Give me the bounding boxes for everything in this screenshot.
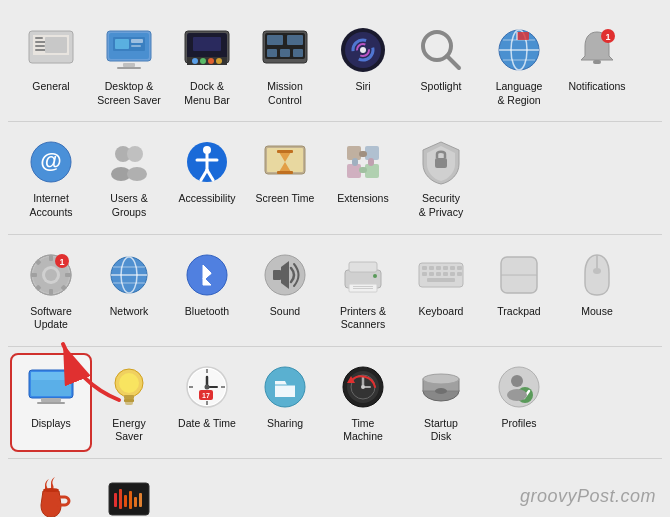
svg-rect-61 [277, 150, 293, 153]
svg-point-20 [208, 58, 214, 64]
trackpad-item[interactable]: Trackpad [480, 243, 558, 338]
svg-rect-2 [35, 37, 43, 39]
svg-rect-111 [436, 272, 441, 276]
screen-time-item[interactable]: Screen Time [246, 130, 324, 225]
svg-rect-99 [353, 286, 373, 287]
svg-point-155 [511, 375, 523, 387]
printers-icon-wrap [337, 249, 389, 301]
software-update-item[interactable]: 1 SoftwareUpdate [12, 243, 90, 338]
startup-disk-item[interactable]: StartupDisk [402, 355, 480, 450]
extensions-item[interactable]: Extensions [324, 130, 402, 225]
groovy-watermark: groovyPost.com [520, 486, 656, 507]
printers-scanners-item[interactable]: Printers &Scanners [324, 243, 402, 338]
energy-saver-item[interactable]: EnergySaver [90, 355, 168, 450]
svg-rect-163 [134, 497, 137, 507]
svg-rect-66 [365, 164, 379, 178]
svg-point-52 [127, 167, 147, 181]
desktop-label: Desktop &Screen Saver [97, 80, 161, 107]
siri-label: Siri [355, 80, 370, 94]
svg-rect-78 [65, 273, 71, 277]
svg-rect-70 [359, 167, 367, 173]
desktop-icon-wrap [103, 24, 155, 76]
svg-rect-164 [139, 493, 142, 507]
svg-rect-103 [422, 266, 427, 270]
accessibility-label: Accessibility [178, 192, 235, 206]
sound-item[interactable]: Sound [246, 243, 324, 338]
profiles-item[interactable]: Profiles [480, 355, 558, 450]
svg-rect-29 [293, 49, 303, 57]
svg-rect-14 [117, 67, 141, 69]
extensions-icon-wrap [337, 136, 389, 188]
time-machine-label: TimeMachine [343, 417, 383, 444]
mouse-icon-wrap [571, 249, 623, 301]
internet-accounts-item[interactable]: @ InternetAccounts [12, 130, 90, 225]
startup-disk-label: StartupDisk [424, 417, 458, 444]
icloud-section: @ InternetAccounts Users &Groups [8, 122, 662, 234]
ua25-item[interactable]: UA-25 [90, 467, 168, 517]
svg-rect-161 [124, 495, 127, 507]
network-label: Network [110, 305, 149, 319]
software-update-icon-wrap: 1 [25, 249, 77, 301]
svg-text:1: 1 [59, 257, 64, 267]
mission-icon-wrap [259, 24, 311, 76]
svg-rect-63 [347, 146, 361, 160]
extensions-label: Extensions [337, 192, 388, 206]
svg-rect-123 [41, 398, 61, 402]
displays-item[interactable]: Displays [12, 355, 90, 450]
svg-rect-106 [443, 266, 448, 270]
svg-rect-28 [280, 49, 290, 57]
trackpad-icon-wrap [493, 249, 545, 301]
dock-menubar-item[interactable]: Dock &Menu Bar [168, 18, 246, 113]
svg-rect-100 [353, 288, 373, 289]
mission-control-item[interactable]: MissionControl [246, 18, 324, 113]
svg-rect-26 [287, 35, 303, 45]
date-time-icon-wrap: 17 [181, 361, 233, 413]
svg-text:17: 17 [202, 392, 210, 399]
svg-rect-122 [31, 372, 71, 380]
general-item[interactable]: General [12, 18, 90, 113]
ua25-icon-wrap [103, 473, 155, 517]
java-item[interactable]: Java [12, 467, 90, 517]
displays-label: Displays [31, 417, 71, 431]
svg-rect-6 [45, 37, 67, 53]
spotlight-label: Spotlight [421, 80, 462, 94]
energy-saver-label: EnergySaver [112, 417, 145, 444]
users-groups-item[interactable]: Users &Groups [90, 130, 168, 225]
security-privacy-item[interactable]: Security& Privacy [402, 130, 480, 225]
screen-time-label: Screen Time [256, 192, 315, 206]
dock-icon-wrap [181, 24, 233, 76]
svg-rect-160 [119, 489, 122, 509]
siri-item[interactable]: Siri [324, 18, 402, 113]
network-item[interactable]: Network [90, 243, 168, 338]
profiles-label: Profiles [501, 417, 536, 431]
svg-rect-64 [365, 146, 379, 160]
software-update-label: SoftwareUpdate [30, 305, 71, 332]
mission-label: MissionControl [267, 80, 303, 107]
date-time-label: Date & Time [178, 417, 236, 431]
sharing-item[interactable]: Sharing [246, 355, 324, 450]
accessibility-item[interactable]: Accessibility [168, 130, 246, 225]
internet-accounts-icon-wrap: @ [25, 136, 77, 188]
dock-label: Dock &Menu Bar [184, 80, 230, 107]
bluetooth-item[interactable]: Bluetooth [168, 243, 246, 338]
spotlight-item[interactable]: Spotlight [402, 18, 480, 113]
keyboard-item[interactable]: Keyboard [402, 243, 480, 338]
system-section: Displays EnergySaver [8, 347, 662, 459]
svg-rect-62 [277, 171, 293, 174]
svg-rect-71 [435, 158, 447, 168]
sharing-label: Sharing [267, 417, 303, 431]
language-icon-wrap [493, 24, 545, 76]
mouse-item[interactable]: Mouse [558, 243, 636, 338]
keyboard-icon-wrap [415, 249, 467, 301]
svg-rect-65 [347, 164, 361, 178]
date-time-item[interactable]: 17 Date & Time [168, 355, 246, 450]
desktop-screensaver-item[interactable]: Desktop &Screen Saver [90, 18, 168, 113]
notifications-item[interactable]: 1 Notifications [558, 18, 636, 113]
language-region-item[interactable]: Language& Region [480, 18, 558, 113]
personal-section: General Desktop &Screen Saver [8, 10, 662, 122]
time-machine-item[interactable]: TimeMachine [324, 355, 402, 450]
svg-rect-97 [349, 262, 377, 272]
svg-point-157 [43, 488, 59, 492]
svg-point-148 [361, 385, 365, 389]
general-icon-wrap [25, 24, 77, 76]
